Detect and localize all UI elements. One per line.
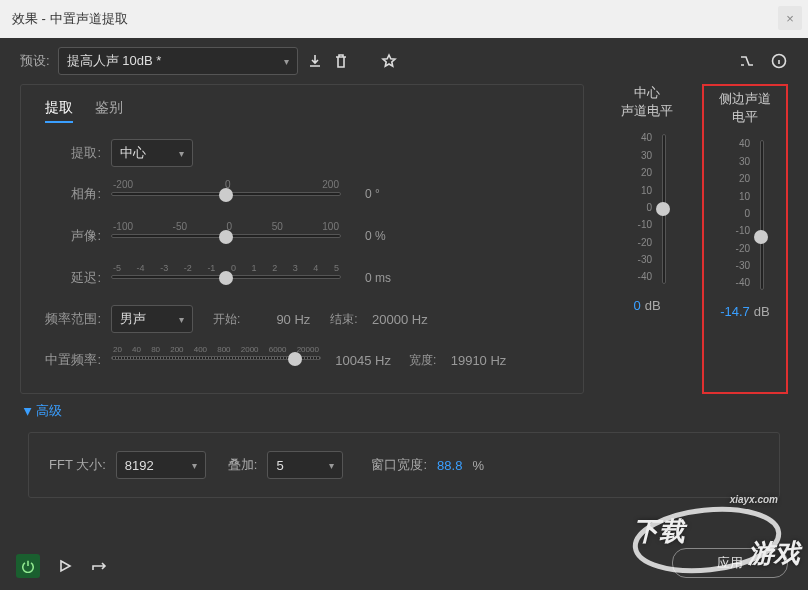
window-title: 效果 - 中置声道提取 (12, 10, 128, 28)
extract-dropdown[interactable]: 中心▾ (111, 139, 193, 167)
info-icon[interactable] (770, 52, 788, 70)
settings-panel: 提取 鉴别 提取: 中心▾ 相角: -2000200 0 ° 声像: -100-… (20, 84, 584, 394)
side-level-value: -14.7dB (720, 304, 770, 319)
delay-slider[interactable]: -5-4-3-2-1012345 (111, 263, 341, 293)
extract-label: 提取: (39, 144, 101, 162)
fft-label: FFT 大小: (49, 456, 106, 474)
power-toggle[interactable] (16, 554, 40, 578)
phase-label: 相角: (39, 185, 101, 203)
phase-value: 0 ° (365, 187, 380, 201)
window-width-label: 窗口宽度: (371, 456, 427, 474)
window-width-value[interactable]: 88.8 (437, 458, 462, 473)
fft-dropdown[interactable]: 8192▾ (116, 451, 206, 479)
preset-label: 预设: (20, 52, 50, 70)
import-preset-icon[interactable] (306, 52, 324, 70)
level-meters: 中心声道电平 403020100-10-20-30-40 0dB 侧边声道电平 … (604, 84, 788, 394)
freq-width-label: 宽度: (409, 352, 436, 369)
center-freq-slider[interactable]: 2040802004008002000600020000 (111, 345, 321, 375)
freq-start-label: 开始: (213, 311, 240, 328)
freq-end-value[interactable]: 20000 Hz (368, 312, 428, 327)
overlay-dropdown[interactable]: 5▾ (267, 451, 343, 479)
loop-range-icon[interactable] (90, 557, 108, 575)
bottom-bar (16, 554, 108, 578)
freq-width-value[interactable]: 19910 Hz (446, 353, 506, 368)
delay-value: 0 ms (365, 271, 391, 285)
pan-value: 0 % (365, 229, 386, 243)
tab-extract[interactable]: 提取 (45, 99, 73, 123)
side-level-column: 侧边声道电平 403020100-10-20-30-40 -14.7dB (702, 84, 788, 394)
apply-area: 应用 (672, 548, 788, 578)
disclosure-triangle-icon: ▶ (23, 407, 34, 415)
pan-slider[interactable]: -100-50050100 (111, 221, 341, 251)
center-level-column: 中心声道电平 403020100-10-20-30-40 0dB (604, 84, 690, 394)
chevron-down-icon: ▾ (329, 460, 334, 471)
center-level-value: 0dB (633, 298, 660, 313)
chevron-down-icon: ▾ (192, 460, 197, 471)
center-freq-value[interactable]: 10045 Hz (331, 353, 391, 368)
preset-dropdown[interactable]: 提高人声 10dB * ▾ (58, 47, 298, 75)
delay-label: 延迟: (39, 269, 101, 287)
freq-end-label: 结束: (330, 311, 357, 328)
star-icon[interactable] (380, 52, 398, 70)
center-level-slider[interactable]: 403020100-10-20-30-40 (622, 126, 672, 292)
tab-identify[interactable]: 鉴别 (95, 99, 123, 123)
title-bar: 效果 - 中置声道提取 × (0, 0, 808, 38)
freq-start-value[interactable]: 90 Hz (250, 312, 310, 327)
chevron-down-icon: ▾ (179, 314, 184, 325)
toolbar: 预设: 提高人声 10dB * ▾ (0, 38, 808, 84)
channel-route-icon[interactable] (738, 52, 756, 70)
advanced-panel: FFT 大小: 8192▾ 叠加: 5▾ 窗口宽度: 88.8 % (28, 432, 780, 498)
side-level-slider[interactable]: 403020100-10-20-30-40 (720, 132, 770, 298)
overlay-label: 叠加: (228, 456, 258, 474)
trash-icon[interactable] (332, 52, 350, 70)
advanced-toggle[interactable]: ▶ 高级 (0, 394, 808, 428)
chevron-down-icon: ▾ (284, 56, 289, 67)
play-icon[interactable] (56, 557, 74, 575)
phase-slider[interactable]: -2000200 (111, 179, 341, 209)
freq-range-label: 频率范围: (39, 310, 101, 328)
close-icon[interactable]: × (778, 6, 802, 30)
center-freq-label: 中置频率: (39, 351, 101, 369)
chevron-down-icon: ▾ (179, 148, 184, 159)
pan-label: 声像: (39, 227, 101, 245)
apply-button[interactable]: 应用 (672, 548, 788, 578)
freq-range-dropdown[interactable]: 男声▾ (111, 305, 193, 333)
